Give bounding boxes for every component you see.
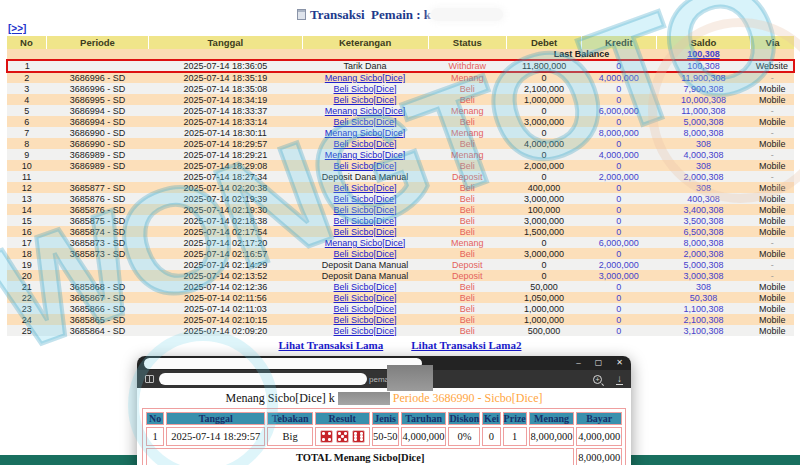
- cell-no: 22: [7, 292, 46, 303]
- cell-no: 3: [7, 83, 46, 94]
- keterangan-link[interactable]: Beli Sicbo[Dice]: [334, 95, 397, 105]
- keterangan-link[interactable]: Beli Sicbo[Dice]: [334, 249, 397, 259]
- cell-no: 9: [7, 149, 46, 160]
- cell-via: Mobile: [751, 160, 794, 171]
- cell-saldo: 3,500,308: [656, 215, 750, 226]
- keterangan-link[interactable]: Menang Sicbo[Dice]: [325, 150, 406, 160]
- popup-result-title: Menang Sicbo[Dice] k Periode 3686990 - S…: [142, 391, 626, 406]
- cell-status: Deposit: [428, 270, 507, 281]
- result-header-row: NoTanggalTebakanResultJenisTaruhanDiskon…: [146, 412, 622, 425]
- keterangan-link[interactable]: Beli Sicbo[Dice]: [334, 326, 397, 336]
- table-row: 253685864 - SD2025-07-14 02:09:20Beli Si…: [7, 325, 794, 336]
- cell-status: Beli: [428, 215, 507, 226]
- cell-keterangan: Beli Sicbo[Dice]: [302, 215, 428, 226]
- cell-keterangan: Menang Sicbo[Dice]: [302, 105, 428, 116]
- table-row: 93686989 - SD2025-07-14 18:29:21Menang S…: [7, 149, 794, 160]
- minimize-button[interactable]: –: [576, 356, 580, 370]
- cell-periode: 3685876 - SD: [46, 193, 148, 204]
- transaction-doc-icon: [297, 9, 306, 20]
- player-name-redacted: [431, 8, 503, 21]
- cell-periode: 3685877 - SD: [46, 182, 148, 193]
- table-row: 213685868 - SD2025-07-14 02:12:36Beli Si…: [7, 281, 794, 292]
- keterangan-link[interactable]: Menang Sicbo[Dice]: [325, 106, 406, 116]
- cell-saldo: 5,000,308: [656, 259, 750, 270]
- cell-kredit: 0: [581, 182, 656, 193]
- keterangan-link[interactable]: Beli Sicbo[Dice]: [334, 205, 397, 215]
- total-value: 8,000,000: [576, 448, 622, 465]
- keterangan-link[interactable]: Beli Sicbo[Dice]: [334, 117, 397, 127]
- cell-periode: 3685868 - SD: [46, 281, 148, 292]
- keterangan-link[interactable]: Beli Sicbo[Dice]: [334, 84, 397, 94]
- cell-kredit: 2,000,000: [581, 171, 656, 182]
- tab-layout-icon[interactable]: [145, 375, 154, 383]
- table-row: 83686990 - SD2025-07-14 18:29:57Beli Sic…: [7, 138, 794, 149]
- cell-status: Menang: [428, 72, 507, 83]
- old-transactions-link-2[interactable]: Lihat Transaksi Lama2: [411, 339, 521, 351]
- cell-status: Beli: [428, 292, 507, 303]
- table-row: 192025-07-14 02:14:29Deposit Dana Manual…: [7, 259, 794, 270]
- table-row: 243685865 - SD2025-07-14 02:10:15Beli Si…: [7, 314, 794, 325]
- download-icon[interactable]: ↓: [616, 374, 623, 385]
- column-header-keterangan: Keterangan: [302, 36, 428, 49]
- keterangan-link[interactable]: Beli Sicbo[Dice]: [334, 315, 397, 325]
- cell-via: -: [751, 171, 794, 182]
- last-balance-value[interactable]: 100,308: [687, 49, 720, 59]
- cell-debet: 2,100,000: [507, 83, 582, 94]
- keterangan-link[interactable]: Beli Sicbo[Dice]: [334, 194, 397, 204]
- old-transactions-link-1[interactable]: Lihat Transaksi Lama: [279, 339, 384, 351]
- cell-debet: 0: [507, 72, 582, 83]
- table-row: 23686996 - SD2025-07-14 18:35:19Menang S…: [7, 72, 794, 83]
- cell-via: -: [751, 270, 794, 281]
- last-balance-label: Last Balance: [507, 49, 657, 60]
- cell-no: 23: [7, 303, 46, 314]
- cell-kredit: 3,000,000: [581, 270, 656, 281]
- popup-titlebar[interactable]: – ▢ ✕: [137, 356, 631, 370]
- keterangan-link[interactable]: Menang Sicbo[Dice]: [325, 73, 406, 83]
- zoom-icon[interactable]: +: [593, 375, 602, 384]
- result-tanggal: 2025-07-14 18:29:57: [166, 427, 265, 446]
- cell-no: 10: [7, 160, 46, 171]
- table-row: 202025-07-14 02:13:52Deposit Dana Manual…: [7, 270, 794, 281]
- cell-periode: 3685876 - SD: [46, 204, 148, 215]
- keterangan-link[interactable]: Beli Sicbo[Dice]: [334, 282, 397, 292]
- cell-no: 20: [7, 270, 46, 281]
- maximize-button[interactable]: ▢: [595, 356, 603, 370]
- keterangan-link[interactable]: Beli Sicbo[Dice]: [334, 293, 397, 303]
- browser-tab-redacted[interactable]: [144, 358, 422, 369]
- keterangan-link[interactable]: Menang Sicbo[Dice]: [325, 238, 406, 248]
- cell-saldo: 8,000,308: [656, 127, 750, 138]
- cell-via: Mobile: [751, 116, 794, 127]
- table-row: 183685873 - SD2025-07-14 02:16:57Beli Si…: [7, 248, 794, 259]
- cell-keterangan: Beli Sicbo[Dice]: [302, 83, 428, 94]
- cell-debet: 500,000: [507, 325, 582, 336]
- keterangan-link[interactable]: Menang Sicbo[Dice]: [325, 128, 406, 138]
- cell-periode: 3686994 - SD: [46, 116, 148, 127]
- cell-tanggal: 2025-07-14 02:14:29: [149, 259, 302, 270]
- table-row: 123685877 - SD2025-07-14 02:20:38Beli Si…: [7, 182, 794, 193]
- cell-debet: 1,050,000: [507, 292, 582, 303]
- close-button[interactable]: ✕: [616, 356, 623, 370]
- cell-kredit: 0: [581, 303, 656, 314]
- keterangan-link[interactable]: Beli Sicbo[Dice]: [334, 183, 397, 193]
- result-header-prize: Prize: [503, 412, 527, 425]
- cell-keterangan: Beli Sicbo[Dice]: [302, 248, 428, 259]
- keterangan-link[interactable]: Beli Sicbo[Dice]: [334, 139, 397, 149]
- column-header-periode: Periode: [46, 36, 148, 49]
- keterangan-link[interactable]: Beli Sicbo[Dice]: [334, 304, 397, 314]
- cell-kredit: 2,000,000: [581, 259, 656, 270]
- keterangan-link[interactable]: Beli Sicbo[Dice]: [334, 216, 397, 226]
- result-table: NoTanggalTebakanResultJenisTaruhanDiskon…: [142, 408, 626, 465]
- cell-debet: 0: [507, 105, 582, 116]
- url-input-redacted[interactable]: [159, 373, 367, 385]
- cell-status: Beli: [428, 182, 507, 193]
- cell-tanggal: 2025-07-14 02:18:38: [149, 215, 302, 226]
- cell-saldo: 11,900,308: [656, 72, 750, 83]
- cell-kredit: 8,000,000: [581, 127, 656, 138]
- cell-keterangan: Beli Sicbo[Dice]: [302, 94, 428, 105]
- cell-debet: 0: [507, 171, 582, 182]
- back-link[interactable]: [>>]: [8, 23, 26, 34]
- keterangan-link[interactable]: Beli Sicbo[Dice]: [334, 227, 397, 237]
- cell-kredit: 0: [581, 325, 656, 336]
- cell-tanggal: 2025-07-14 18:35:19: [149, 72, 302, 83]
- keterangan-link[interactable]: Beli Sicbo[Dice]: [334, 161, 397, 171]
